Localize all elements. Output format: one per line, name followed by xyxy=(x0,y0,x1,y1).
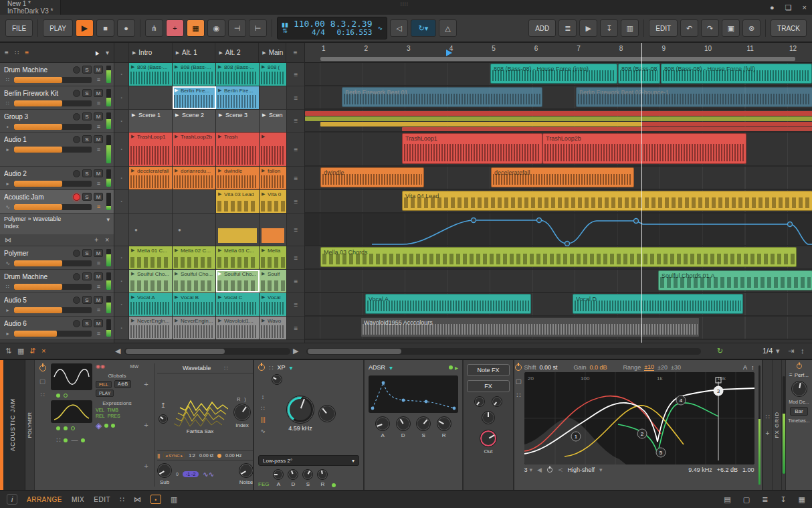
stop-all-column-header[interactable] xyxy=(114,43,129,62)
mixer-panel-toggle[interactable]: ▥ xyxy=(171,495,177,504)
record-arm-button[interactable] xyxy=(73,273,80,280)
track-menu-icon[interactable]: ≡ xyxy=(94,76,103,83)
mute-button[interactable]: M xyxy=(94,112,103,120)
clip-stop-button[interactable]: ▪ xyxy=(114,246,129,269)
filter-cutoff-knob[interactable] xyxy=(286,396,314,424)
sync-ratio-value[interactable]: 1:2 xyxy=(189,453,195,458)
feg-sustain-knob[interactable] xyxy=(302,469,313,480)
band-power-button[interactable] xyxy=(547,467,552,473)
close-window-icon[interactable]: × xyxy=(803,3,807,11)
clip-play-icon[interactable]: ▶ xyxy=(131,294,134,300)
band-type-dropdown-icon[interactable]: ▾ xyxy=(599,467,603,473)
filter-keytrack-icon[interactable]: ∷ xyxy=(261,405,265,412)
mute-button[interactable]: M xyxy=(94,319,103,327)
arranger-lane[interactable]: Vita 04 Lead xyxy=(305,190,812,214)
scene-play-icon[interactable]: ▶ xyxy=(219,50,222,56)
filter-name[interactable]: XP xyxy=(277,364,285,371)
track-menu-icon[interactable]: ≡ xyxy=(94,146,103,153)
output-volume-knob[interactable] xyxy=(480,430,497,447)
filter-drive-icon[interactable]: ||| xyxy=(260,416,265,423)
arranger-clip[interactable]: Berlin Firework Beat 01 xyxy=(342,87,542,107)
overdub-button[interactable]: + xyxy=(166,19,184,37)
arranger-lane[interactable]: Vocal AVocal D xyxy=(305,293,812,317)
play-menu-button[interactable]: PLAY xyxy=(43,19,73,37)
clip-play-icon[interactable]: ▶ xyxy=(218,134,221,139)
add-modulator-button[interactable]: + xyxy=(144,380,148,388)
mute-button[interactable]: M xyxy=(94,169,103,177)
clip-play-icon[interactable]: ▶ xyxy=(175,318,178,323)
volume-fader[interactable] xyxy=(14,284,92,290)
clip-play-icon[interactable]: ▶ xyxy=(131,271,134,276)
polymer-power-button[interactable] xyxy=(39,365,46,371)
clip-slot[interactable]: ▶Soulful Cho... xyxy=(173,270,216,292)
clip-slot[interactable]: ▶Scene 1 xyxy=(129,110,173,132)
solo-button[interactable]: S xyxy=(82,296,92,304)
track-menu-icon[interactable]: ≡ xyxy=(94,100,103,106)
clip-slot[interactable]: ▶Wavoloid1... xyxy=(216,317,260,339)
volume-fader[interactable] xyxy=(14,181,92,187)
track-row[interactable]: Acoustic JamSM∿≡ xyxy=(0,190,114,214)
record-arm-button[interactable] xyxy=(73,250,80,257)
band-freq-value[interactable]: 9.49 kHz xyxy=(688,467,712,473)
clip-slot[interactable]: ▶deceleratefall xyxy=(129,167,173,189)
pres-source[interactable]: PRES xyxy=(108,414,120,418)
clear-icon[interactable]: × xyxy=(41,347,45,355)
clip-play-icon[interactable]: ▶ xyxy=(175,134,178,139)
clip-play-icon[interactable]: ▶ xyxy=(175,248,178,253)
dual-view-icon[interactable]: ∷ xyxy=(120,495,124,504)
sub-octave-selector[interactable]: -1 -2 xyxy=(183,471,199,477)
add-modulator-button[interactable]: + xyxy=(144,421,148,429)
clip-play-icon[interactable]: ▶ xyxy=(262,191,265,197)
groove-icon[interactable]: ∿ xyxy=(377,25,383,31)
timebase-label[interactable]: Timebas... xyxy=(788,418,809,423)
solo-button[interactable]: S xyxy=(82,66,92,74)
record-button[interactable]: ● xyxy=(117,19,135,37)
mute-button[interactable]: M xyxy=(94,89,103,97)
clip-play-icon[interactable]: ▶ xyxy=(262,294,265,300)
arranger-clip[interactable]: Berlin Firework Beat 02-bounce-1 xyxy=(576,87,812,107)
arranger-clip[interactable]: 808 (Bass-08) xyxy=(618,64,660,84)
expand-eq-icon[interactable]: ↕ xyxy=(751,364,754,371)
retrigger-label[interactable]: R ) xyxy=(237,397,247,402)
row-options-icon[interactable]: ≡ xyxy=(287,86,305,109)
detune-hz-value[interactable]: 0.00 Hz xyxy=(225,453,241,458)
sub-level-knob[interactable] xyxy=(157,463,172,478)
clip-slot[interactable]: ▶Mella 03 C... xyxy=(216,246,260,269)
keytrack-icon[interactable]: ∷ xyxy=(56,436,60,444)
track-filter-icon[interactable]: ≡ xyxy=(25,49,29,56)
add-modulator-button[interactable]: + xyxy=(144,462,148,470)
clip-stop-button[interactable]: ▪ xyxy=(114,110,129,132)
mix-view-button[interactable]: MIX xyxy=(72,496,84,503)
track-row[interactable]: Berlin Firework KitSM∷≡ xyxy=(0,86,114,110)
clip-play-icon[interactable]: ▶ xyxy=(175,294,178,300)
range-10-button[interactable]: ±10 xyxy=(644,363,654,371)
tempo-value[interactable]: 110.00 xyxy=(294,19,325,28)
remove-automation-lane-button[interactable]: × xyxy=(105,236,109,244)
filter-env-knob[interactable] xyxy=(272,374,282,385)
clip-options-button[interactable]: ▥ xyxy=(621,19,639,37)
polymer-device-tab[interactable]: POLYMER xyxy=(25,360,35,490)
clip-slot[interactable]: ▶NeverEngin... xyxy=(173,317,216,339)
grid-view-icon[interactable]: ▦ xyxy=(17,347,24,355)
arranger-clip[interactable]: 808 (Bass-08) - House Force (intro) xyxy=(490,64,617,84)
filter-grid-icon[interactable]: ∷ xyxy=(269,364,273,371)
record-arm-button[interactable] xyxy=(73,66,80,74)
continue-playback-button[interactable]: ▶ xyxy=(579,19,597,37)
download-icon[interactable]: ↧ xyxy=(780,495,786,504)
remote-controls-icon[interactable]: ▢ xyxy=(39,377,45,385)
browser-panel-icon[interactable]: ▦ xyxy=(799,495,805,504)
track-row[interactable]: Audio 1SM▸≡ xyxy=(0,133,114,167)
track-row[interactable]: Group 3SM▪≡ xyxy=(0,110,114,133)
clip-play-icon[interactable]: ▶ xyxy=(218,88,221,93)
track-row[interactable]: Audio 6SM▸≡ xyxy=(0,317,114,340)
track-menu-icon[interactable]: ≡ xyxy=(94,180,103,187)
fx-grid-tab[interactable]: FX GRID xyxy=(773,360,782,490)
time-value[interactable]: 0:16.553 xyxy=(336,28,372,37)
clip-play-icon[interactable]: ▶ xyxy=(131,134,134,139)
launcher-scroll-right-icon[interactable]: ▶ xyxy=(293,347,298,355)
hardsync-icon[interactable]: ||| xyxy=(157,452,159,458)
account-icon[interactable]: ● xyxy=(770,3,775,11)
vertical-zoom-icon[interactable]: ↕ xyxy=(801,347,805,355)
record-arm-button[interactable] xyxy=(73,90,80,97)
auto-gain-icon[interactable]: A xyxy=(743,364,747,371)
